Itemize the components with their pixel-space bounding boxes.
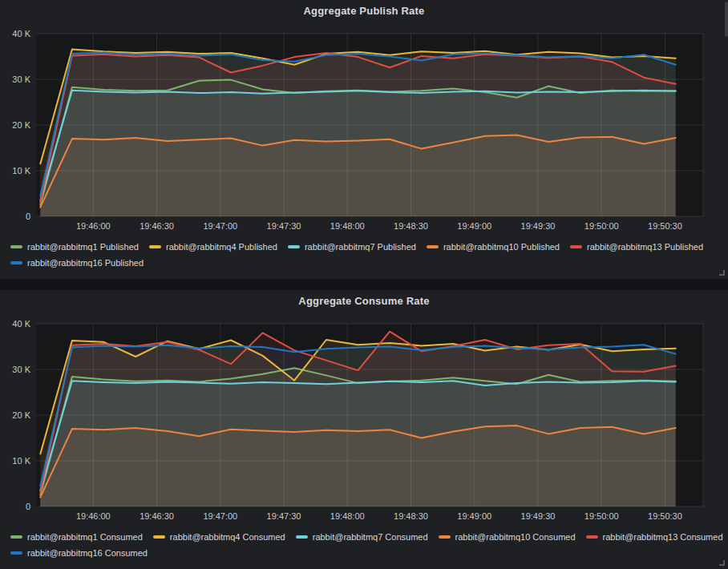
dashboard: Aggregate Publish Rate 40 K30 K20 K10 K0… (0, 0, 728, 569)
y-tick-label: 10 K (12, 166, 30, 176)
legend-item-rabbitmq16[interactable]: rabbit@rabbitmq16 Consumed (10, 547, 148, 559)
legend-item-rabbitmq13[interactable]: rabbit@rabbitmq13 Published (570, 241, 703, 252)
legend-row: rabbit@rabbitmq16 Consumed (10, 547, 721, 559)
legend-series-label: rabbit@rabbitmq1 Published (27, 241, 139, 252)
legend-series-label: rabbit@rabbitmq13 Consumed (603, 531, 723, 543)
x-tick-label: 19:46:30 (140, 511, 174, 521)
legend-series-label: rabbit@rabbitmq4 Consumed (170, 531, 285, 543)
legend-row: rabbit@rabbitmq1 Consumedrabbit@rabbitmq… (10, 531, 721, 543)
legend-series-swatch (149, 245, 161, 248)
legend-series-swatch (570, 245, 582, 248)
publish-rate-graph[interactable]: 40 K30 K20 K10 K019:46:0019:46:3019:47:0… (0, 22, 728, 234)
legend-item-rabbitmq1[interactable]: rabbit@rabbitmq1 Consumed (10, 531, 143, 543)
panel-resize-handle[interactable] (719, 560, 725, 566)
legend-series-swatch (153, 535, 165, 539)
legend-series-label: rabbit@rabbitmq13 Published (587, 241, 703, 252)
legend-series-swatch (296, 535, 308, 539)
legend-row: rabbit@rabbitmq16 Published (10, 257, 721, 268)
panel-aggregate-consume-rate: Aggregate Consume Rate 40 K30 K20 K10 K0… (0, 290, 728, 569)
x-tick-label: 19:47:00 (203, 511, 237, 521)
x-tick-label: 19:49:30 (521, 511, 556, 521)
panel-title[interactable]: Aggregate Consume Rate (0, 295, 728, 307)
series-fill-5 (40, 345, 675, 506)
legend-item-rabbitmq13[interactable]: rabbit@rabbitmq13 Consumed (586, 531, 723, 543)
legend-series-label: rabbit@rabbitmq1 Consumed (27, 531, 143, 543)
legend-series-swatch (10, 551, 22, 555)
panel-aggregate-publish-rate: Aggregate Publish Rate 40 K30 K20 K10 K0… (0, 0, 728, 279)
y-tick-label: 20 K (12, 120, 30, 130)
y-tick-label: 40 K (12, 29, 30, 38)
legend-series-label: rabbit@rabbitmq4 Published (166, 241, 277, 252)
y-tick-label: 20 K (12, 410, 30, 420)
y-tick-label: 0 (26, 502, 30, 511)
legend-series-label: rabbit@rabbitmq10 Published (443, 241, 560, 252)
legend-item-rabbitmq7[interactable]: rabbit@rabbitmq7 Consumed (296, 531, 428, 543)
legend-series-swatch (10, 535, 22, 539)
legend-row: rabbit@rabbitmq1 Publishedrabbit@rabbitm… (10, 241, 721, 252)
legend-series-swatch (288, 245, 300, 248)
x-tick-label: 19:48:00 (330, 221, 365, 231)
legend-item-rabbitmq4[interactable]: rabbit@rabbitmq4 Published (149, 241, 277, 252)
legend-series-swatch (427, 245, 439, 248)
x-tick-label: 19:48:00 (330, 511, 365, 521)
legend-series-swatch (10, 245, 22, 248)
legend-item-rabbitmq10[interactable]: rabbit@rabbitmq10 Published (427, 241, 560, 252)
y-tick-label: 30 K (12, 365, 30, 374)
panel-resize-handle[interactable] (719, 270, 725, 276)
consume-rate-graph[interactable]: 40 K30 K20 K10 K019:46:0019:46:3019:47:0… (0, 313, 728, 524)
legend-series-swatch (439, 535, 451, 539)
x-tick-label: 19:46:30 (140, 221, 174, 231)
x-tick-label: 19:49:30 (521, 221, 556, 231)
x-tick-label: 19:46:00 (76, 511, 111, 521)
y-tick-label: 30 K (12, 75, 30, 84)
legend-item-rabbitmq7[interactable]: rabbit@rabbitmq7 Published (288, 241, 416, 252)
x-tick-label: 19:50:30 (648, 221, 682, 231)
x-tick-label: 19:50:00 (584, 511, 619, 521)
publish-rate-legend: rabbit@rabbitmq1 Publishedrabbit@rabbitm… (10, 241, 721, 268)
x-tick-label: 19:50:30 (648, 511, 682, 521)
x-tick-label: 19:50:00 (584, 221, 619, 231)
legend-series-label: rabbit@rabbitmq7 Consumed (313, 531, 428, 543)
x-tick-label: 19:48:30 (394, 221, 428, 231)
x-tick-label: 19:49:00 (457, 511, 491, 521)
series-fill-5 (40, 52, 675, 216)
x-tick-label: 19:49:00 (457, 221, 491, 231)
panel-title[interactable]: Aggregate Publish Rate (0, 5, 728, 17)
legend-item-rabbitmq16[interactable]: rabbit@rabbitmq16 Published (10, 257, 144, 268)
x-tick-label: 19:48:30 (394, 511, 428, 521)
legend-item-rabbitmq4[interactable]: rabbit@rabbitmq4 Consumed (153, 531, 285, 543)
y-tick-label: 10 K (12, 456, 30, 466)
legend-item-rabbitmq1[interactable]: rabbit@rabbitmq1 Published (10, 241, 139, 252)
legend-series-label: rabbit@rabbitmq10 Consumed (455, 531, 576, 543)
legend-item-rabbitmq10[interactable]: rabbit@rabbitmq10 Consumed (439, 531, 576, 543)
x-tick-label: 19:47:30 (267, 511, 301, 521)
legend-series-label: rabbit@rabbitmq16 Consumed (27, 547, 148, 559)
legend-series-swatch (10, 261, 22, 264)
legend-series-swatch (586, 535, 598, 539)
legend-series-label: rabbit@rabbitmq16 Published (27, 257, 144, 268)
x-tick-label: 19:47:00 (203, 221, 237, 231)
y-tick-label: 40 K (12, 319, 30, 329)
y-tick-label: 0 (26, 212, 30, 221)
x-tick-label: 19:47:30 (267, 221, 301, 231)
legend-series-label: rabbit@rabbitmq7 Published (305, 241, 416, 252)
page-scrollbar-thumb[interactable] (725, 2, 728, 37)
consume-rate-legend: rabbit@rabbitmq1 Consumedrabbit@rabbitmq… (10, 531, 721, 559)
x-tick-label: 19:46:00 (76, 221, 111, 231)
